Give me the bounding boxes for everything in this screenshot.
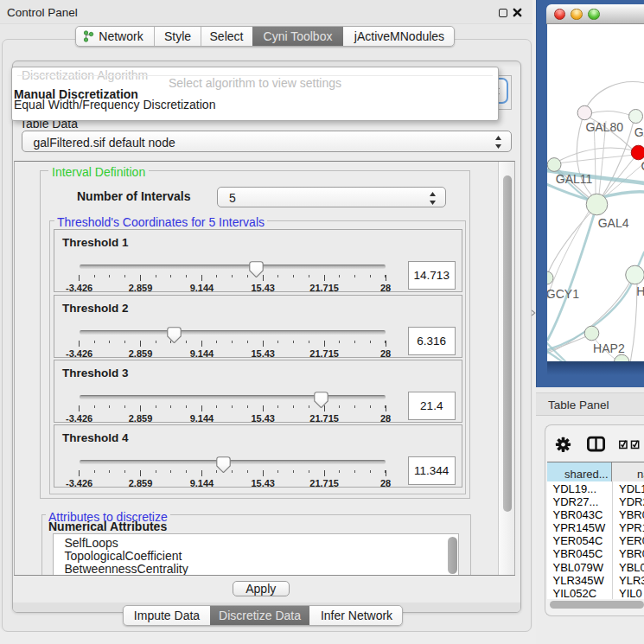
svg-text:HAP2: HAP2 [593, 341, 625, 355]
svg-text:G: G [641, 159, 644, 173]
svg-text:GCY1: GCY1 [547, 286, 579, 300]
svg-text:H: H [636, 284, 644, 298]
svg-text:GAL11: GAL11 [555, 171, 592, 185]
svg-text:GAL80: GAL80 [585, 119, 623, 133]
svg-text:GA: GA [634, 124, 644, 138]
svg-text:GAL4: GAL4 [597, 215, 628, 229]
